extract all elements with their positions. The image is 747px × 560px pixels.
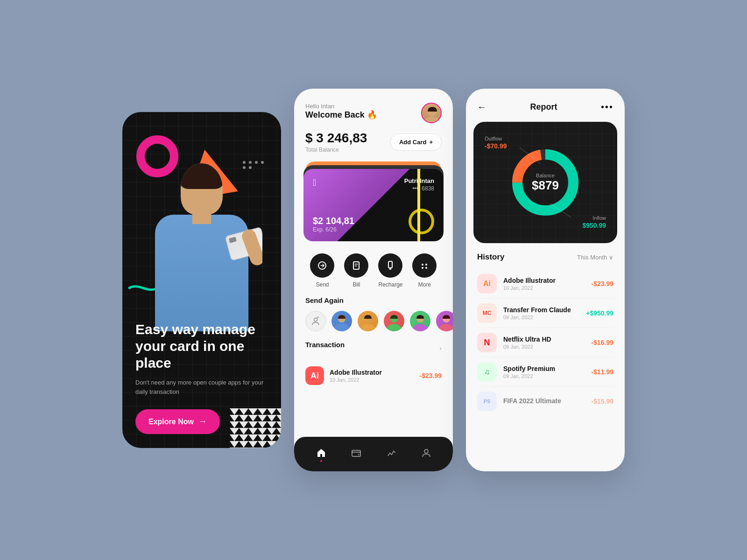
balance-section: $ 3 246,83 Total Balance Add Card + — [305, 131, 442, 153]
svg-point-12 — [314, 318, 317, 322]
plus-icon: + — [429, 139, 433, 146]
send-icon — [310, 253, 334, 278]
svg-line-32 — [550, 203, 571, 217]
ps-name: FIFA 2022 Ultimate — [503, 397, 585, 405]
balance-label: Total Balance — [305, 147, 367, 153]
report-header: ← Report ••• — [466, 89, 625, 112]
history-item-ps[interactable]: PS FIFA 2022 Ultimate -$15.99 — [477, 387, 613, 416]
history-item-ai[interactable]: Ai Adobe Illustrator 10 Jan, 2022 -$23.9… — [477, 269, 613, 299]
card-balance-block: $2 104,81 Exp. 6/26 — [313, 216, 354, 233]
svg-point-3 — [424, 117, 441, 123]
action-recharge[interactable]: Recharge — [378, 253, 402, 288]
balance-amount: $ 3 246,83 — [305, 131, 367, 146]
ps-logo: PS — [477, 392, 497, 411]
action-buttons: Send Bill — [305, 253, 442, 288]
history-title: History — [477, 252, 505, 262]
greeting-block: Hello Intan Welcome Back 🔥 — [305, 103, 377, 120]
arrow-right-icon: → — [198, 417, 207, 427]
txn-name: Adobe Illustrator — [330, 369, 414, 376]
sp-name: Spotify Premium — [503, 365, 585, 372]
contact-3[interactable] — [384, 311, 404, 331]
add-contact-button[interactable] — [305, 311, 326, 331]
inflow-block: Inflow $950.99 — [582, 215, 606, 229]
svg-point-22 — [413, 324, 428, 331]
mc-date: 09 Jan, 2022 — [503, 315, 579, 320]
mc-logo: MC — [477, 303, 497, 323]
user-avatar[interactable] — [421, 103, 442, 123]
history-item-nf[interactable]: N Netflix Ultra HD 09 Jan, 2022 -$16.99 — [477, 328, 613, 357]
ai-name: Adobe Illustrator — [503, 277, 585, 284]
sp-logo: ♫ — [477, 362, 497, 382]
back-button[interactable]: ← — [477, 102, 486, 112]
contact-2[interactable] — [358, 311, 378, 331]
see-all-link[interactable]: › — [439, 344, 442, 352]
report-screen: ← Report ••• Outflow -$70.99 — [466, 89, 625, 471]
more-icon — [412, 253, 437, 278]
svg-point-16 — [334, 324, 349, 331]
svg-rect-5 — [353, 262, 359, 269]
nav-home[interactable] — [312, 443, 331, 462]
ps-amount: -$15.99 — [592, 398, 613, 405]
mc-amount: +$950.99 — [586, 309, 613, 317]
apple-logo-icon:  — [313, 177, 316, 188]
nav-profile[interactable] — [417, 443, 436, 462]
nav-wallet[interactable] — [347, 443, 366, 462]
action-more[interactable]: More — [412, 253, 437, 288]
home-content: Hello Intan Welcome Back 🔥 — [294, 89, 453, 471]
send-again-contacts — [305, 311, 442, 331]
svg-rect-7 — [389, 268, 391, 270]
mc-info: Transfer From Claude 09 Jan, 2022 — [503, 306, 579, 320]
greeting-sub: Hello Intan — [305, 103, 377, 110]
txn-date: 10 Jan, 2022 — [330, 377, 414, 383]
svg-point-20 — [387, 324, 402, 331]
sp-amount: -$11.99 — [592, 368, 613, 376]
hero-title: Easy way manage your card in one place — [135, 321, 268, 371]
more-button[interactable]: ••• — [601, 102, 613, 112]
bottom-navigation — [294, 437, 453, 471]
inflow-label: Inflow — [582, 215, 606, 221]
history-item-sp[interactable]: ♫ Spotify Premium 09 Jan, 2022 -$11.99 — [477, 357, 613, 387]
svg-rect-25 — [352, 450, 360, 456]
inflow-value: $950.99 — [582, 222, 606, 229]
svg-point-24 — [439, 324, 453, 331]
more-label: More — [418, 281, 431, 288]
add-card-button[interactable]: Add Card + — [390, 133, 442, 151]
ai-amount: -$23.99 — [592, 280, 613, 287]
explore-button[interactable]: Explore Now → — [135, 409, 220, 434]
active-dot — [320, 460, 322, 462]
report-content: ← Report ••• Outflow -$70.99 — [466, 89, 625, 471]
main-card[interactable]:  Putri Intan •••• 6838 $2 104,81 Exp. 6… — [303, 169, 444, 241]
avatar-image — [422, 104, 441, 122]
svg-point-26 — [358, 454, 359, 455]
contact-5[interactable] — [436, 311, 453, 331]
nf-date: 09 Jan, 2022 — [503, 344, 585, 350]
nf-amount: -$16.99 — [592, 339, 613, 346]
contact-4[interactable] — [410, 311, 430, 331]
contact-1[interactable] — [331, 311, 352, 331]
card-top:  Putri Intan •••• 6838 — [313, 177, 434, 192]
recharge-label: Recharge — [378, 281, 402, 288]
nav-chart[interactable] — [382, 443, 401, 462]
mc-name: Transfer From Claude — [503, 306, 579, 314]
ai-logo: Ai — [477, 274, 497, 294]
svg-point-11 — [425, 267, 427, 269]
transaction-header: Transaction › — [305, 341, 442, 355]
svg-point-8 — [422, 264, 423, 266]
balance-block: $ 3 246,83 Total Balance — [305, 131, 367, 153]
screens-container: Easy way manage your card in one place D… — [122, 89, 625, 471]
history-item-mc[interactable]: MC Transfer From Claude 09 Jan, 2022 +$9… — [477, 299, 613, 328]
report-title: Report — [530, 102, 557, 112]
action-send[interactable]: Send — [310, 253, 334, 288]
nf-name: Netflix Ultra HD — [503, 336, 585, 343]
send-label: Send — [316, 281, 329, 288]
svg-point-9 — [425, 264, 427, 266]
txn-logo-ai: Ai — [305, 366, 324, 385]
bill-icon — [344, 253, 368, 278]
svg-rect-6 — [388, 261, 392, 268]
explore-label: Explore Now — [148, 418, 194, 426]
svg-point-18 — [360, 324, 375, 331]
action-bill[interactable]: Bill — [344, 253, 368, 288]
filter-button[interactable]: This Month ∨ — [577, 254, 613, 261]
home-header: Hello Intan Welcome Back 🔥 — [305, 103, 442, 123]
greeting-main: Welcome Back 🔥 — [305, 110, 377, 120]
